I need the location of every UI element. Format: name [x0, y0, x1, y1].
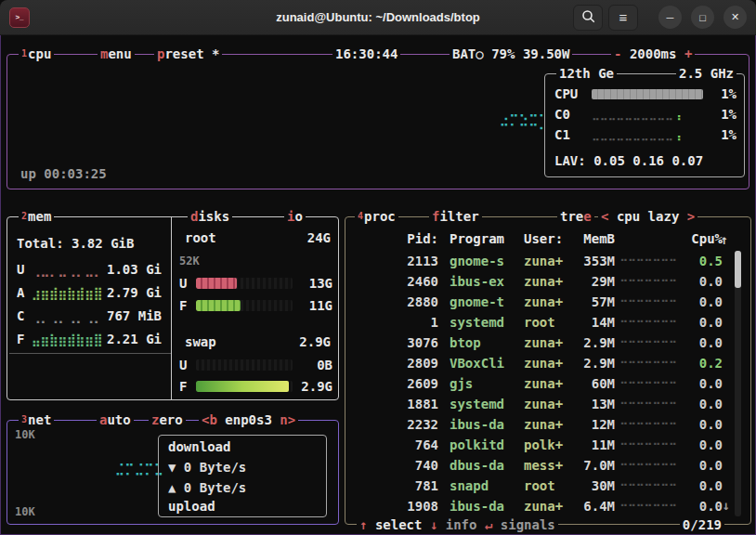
tree-toggle[interactable]: tree	[557, 207, 594, 226]
root-free-row: F 11G	[179, 297, 332, 314]
signals-key[interactable]: ↵	[485, 517, 492, 532]
process-pid: 1908	[351, 499, 438, 514]
process-mem: 60M	[581, 376, 615, 391]
mem-cached-row: C⢀⡀⢀⡀⢀⡀⢀⡀767 MiB	[17, 307, 162, 325]
process-cpu-graph: ⠒⠒⠒⠒⠒⠒⠒	[615, 357, 682, 370]
header-user[interactable]: User:	[524, 231, 581, 246]
mem-used-graph: ⢀⣀⡀⣀⢀⡀⣀⡀	[32, 263, 107, 277]
process-cpu: 0.0	[682, 417, 723, 432]
sort-direction-icon[interactable]: ↑	[721, 232, 728, 247]
mem-panel-title: 2mem	[19, 207, 54, 226]
process-cpu-graph: ⠒⠒⠒⠒⠒⠒⠒	[615, 377, 682, 390]
process-cpu: 0.0	[682, 294, 723, 309]
header-pid[interactable]: Pid:	[351, 231, 438, 246]
battery-percent: 79%	[491, 46, 515, 61]
process-name: ibus-da	[450, 417, 524, 432]
process-user: zuna+	[524, 397, 581, 411]
app-icon-glyph: >_	[15, 13, 23, 21]
core1-meter: ⣀⣀⣀⣀⣀⣀⣀⣀⣀⣀⢠	[592, 128, 709, 141]
process-row[interactable]: 2609gjszuna+60M⠒⠒⠒⠒⠒⠒⠒0.0	[345, 373, 750, 394]
cpu-panel-title: 1cpu	[19, 45, 54, 63]
process-pid: 2113	[351, 254, 438, 268]
process-cpu-graph: ⠒⠒⠒⠒⠒⠒⠒	[615, 398, 682, 411]
process-pid: 781	[351, 478, 438, 493]
upload-label: upload	[168, 499, 215, 514]
disks-panel: root24G 52K U 13G F 11G swap2.9G U 0B	[172, 217, 338, 399]
iface-name: enp0s3	[225, 412, 272, 427]
sort-selector: < cpu lazy >	[598, 207, 697, 226]
iface-prev-button[interactable]: <b	[202, 412, 217, 427]
clock: 16:30:44	[332, 45, 400, 63]
net-scale-top: 10K	[15, 428, 35, 441]
net-speed-panel: download ▼ 0 Byte/s ▲ 0 Byte/s upload	[158, 435, 327, 517]
menu-button-btop[interactable]: menu	[98, 45, 135, 63]
process-name: VBoxCli	[450, 356, 524, 371]
process-name: ibus-ex	[450, 274, 524, 289]
process-row[interactable]: 764polkitdpolk+11M⠒⠒⠒⠒⠒⠒⠒0.0	[345, 435, 750, 455]
net-zero-toggle[interactable]: zero	[149, 411, 186, 429]
process-row[interactable]: 740dbus-damess+7.0M⠒⠒⠒⠒⠒⠒⠒0.0	[345, 455, 750, 476]
process-pid: 1881	[351, 397, 438, 411]
net-auto-toggle[interactable]: auto	[97, 411, 134, 429]
process-row[interactable]: 2880gnome-tzuna+57M⠒⠒⠒⠒⠒⠒⠒0.0	[345, 292, 750, 312]
minimize-button[interactable]: ─	[658, 6, 682, 29]
sort-prev-icon[interactable]: <	[601, 209, 608, 224]
process-user: zuna+	[524, 274, 581, 289]
close-button[interactable]: ✕	[723, 6, 747, 29]
hamburger-icon: ≡	[619, 9, 628, 25]
maximize-button[interactable]: □	[691, 6, 714, 29]
select-key[interactable]: ↑	[359, 517, 367, 532]
maximize-icon: □	[699, 12, 706, 23]
titlebar: >_ zunaid@Ubuntu: ~/Downloads/btop ≡ ─ □…	[0, 0, 756, 35]
process-user: mess+	[524, 458, 581, 473]
mem-available-graph: ⣰⣶⣾⣶⣷⣾⣶⣿	[32, 286, 107, 300]
proc-scrollbar-thumb[interactable]	[735, 251, 741, 288]
load-average: LAV: 0.05 0.16 0.07	[554, 153, 736, 168]
process-mem: 11M	[581, 437, 615, 452]
process-row[interactable]: 2232ibus-dazuna+12M⠒⠒⠒⠒⠒⠒⠒0.0	[345, 414, 750, 435]
header-mem[interactable]: MemB	[581, 231, 615, 246]
process-pid: 1	[351, 315, 438, 330]
mem-available-row: A⣰⣶⣾⣶⣷⣾⣶⣿2.79 Gi	[17, 283, 162, 302]
process-name: polkitd	[450, 437, 524, 452]
process-row[interactable]: 3076btopzuna+2.9M⠒⠒⠒⠒⠒⠒⠒0.0	[345, 333, 750, 353]
header-cpu[interactable]: Cpu%	[682, 231, 723, 246]
process-cpu-graph: ⠒⠒⠒⠒⠒⠒⠒	[615, 336, 682, 349]
sort-next-icon[interactable]: >	[687, 209, 695, 224]
process-row[interactable]: 1908ibus-dazuna+6.4M⠒⠒⠒⠒⠒⠒⠒0.0	[345, 496, 750, 516]
interval-decrease-button[interactable]: -	[614, 46, 621, 61]
interval-increase-button[interactable]: +	[684, 46, 692, 61]
root-disk-header: root24G	[185, 230, 331, 245]
process-mem: 30M	[581, 478, 615, 493]
search-icon	[581, 9, 595, 26]
process-user: zuna+	[524, 254, 581, 268]
process-pid: 2609	[351, 376, 438, 391]
process-cpu: 0.0	[682, 315, 723, 330]
cpu-panel: 1cpu menu preset * 16:30:44 BAT○ 79% 39.…	[7, 54, 749, 189]
net-scale-bottom: 10K	[15, 505, 35, 518]
process-cpu: 0.0	[682, 499, 723, 514]
process-row[interactable]: 2809VBoxClizuna+2.9M⠒⠒⠒⠒⠒⠒⠒0.2	[345, 353, 750, 373]
preset-button[interactable]: preset *	[154, 45, 222, 63]
search-button[interactable]	[573, 5, 603, 31]
proc-scrollbar[interactable]	[735, 251, 741, 516]
filter-button[interactable]: filter	[429, 207, 482, 226]
process-row[interactable]: 2113gnome-szuna+353M⠒⠒⠒⠒⠒⠒⠒0.5	[345, 251, 750, 271]
process-row[interactable]: 1881systemdzuna+13M⠒⠒⠒⠒⠒⠒⠒0.0	[345, 394, 750, 414]
mem-free-graph: ⣤⣶⣷⣶⣾⣷⣶⣿	[32, 333, 107, 346]
root-used-row: U 13G	[179, 275, 332, 292]
swap-header: swap2.9G	[185, 334, 331, 349]
cpu-total-meter	[592, 89, 703, 99]
process-name: gjs	[450, 376, 524, 391]
process-row[interactable]: 1systemdroot14M⠒⠒⠒⠒⠒⠒⠒0.0	[345, 312, 750, 333]
process-row[interactable]: 781snapdroot30M⠒⠒⠒⠒⠒⠒⠒0.0	[345, 476, 750, 496]
process-name: ibus-da	[450, 499, 524, 514]
iface-next-button[interactable]: n>	[280, 412, 295, 427]
process-row[interactable]: 2460ibus-exzuna+29M⠒⠒⠒⠒⠒⠒⠒0.0	[345, 271, 750, 292]
hamburger-menu-button[interactable]: ≡	[608, 5, 638, 31]
header-program[interactable]: Program	[450, 231, 524, 246]
scroll-down-icon[interactable]: ↓	[723, 498, 730, 513]
info-key[interactable]: ↓	[430, 517, 437, 532]
process-cpu: 0.0	[682, 376, 723, 391]
process-cpu: 0.0	[682, 478, 723, 493]
